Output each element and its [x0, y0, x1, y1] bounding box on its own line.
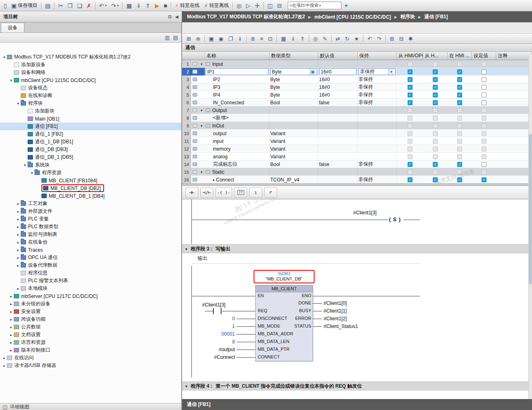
- datatype-cell[interactable]: Byte▦: [269, 68, 318, 76]
- interface-row[interactable]: 11inputVariant: [182, 137, 532, 145]
- interface-row[interactable]: 13analogVariant: [182, 153, 532, 160]
- collapse-expander-icon[interactable]: ▾: [2, 55, 7, 59]
- column-header[interactable]: 名称: [205, 52, 269, 60]
- interface-row[interactable]: 4IP3Byte16#0非保持✓✓✓: [182, 83, 532, 91]
- go-to-previous-button[interactable]: ↶: [365, 34, 374, 43]
- interface-row[interactable]: 8<新增>: [182, 114, 532, 122]
- default-value-cell[interactable]: [318, 60, 358, 68]
- tree-item[interactable]: ▸工艺对象: [0, 200, 181, 207]
- save-project-button[interactable]: ▣保存项目: [9, 1, 39, 10]
- undo-button[interactable]: ↶▾: [97, 1, 109, 10]
- detail-view-bar[interactable]: ◫ 详细视图: [0, 403, 181, 410]
- expand-expander-icon[interactable]: ▸: [15, 240, 21, 244]
- start-simulation-button[interactable]: ▷: [244, 1, 252, 10]
- operand-label[interactable]: #Client1[2]: [324, 316, 393, 322]
- tree-item[interactable]: ▸未分组的设备: [0, 300, 181, 308]
- interface-row[interactable]: 12memoryVariant: [182, 145, 532, 153]
- comment-cell[interactable]: [496, 153, 532, 160]
- interface-row[interactable]: 5IP4Byte16#0非保持✓✓✓: [182, 91, 532, 99]
- expand-expander-icon[interactable]: ▸: [9, 310, 14, 314]
- sort-ascending-button[interactable]: ≣: [249, 34, 257, 43]
- scrollbar-thumb[interactable]: [529, 134, 532, 284]
- retain-cell[interactable]: 非保持: [358, 160, 397, 168]
- name-cell[interactable]: analog: [205, 153, 269, 160]
- datatype-cell[interactable]: [269, 114, 318, 122]
- close-branch-button[interactable]: ↱: [264, 188, 277, 198]
- name-editor[interactable]: IP1: [206, 68, 268, 75]
- tree-item[interactable]: MB_CLIENT_DB [DB2]: [0, 184, 181, 192]
- name-cell[interactable]: 完成标志位: [205, 160, 269, 168]
- setpoint-checkbox[interactable]: [482, 85, 486, 90]
- hmi-opc-checkbox[interactable]: ✓: [408, 162, 413, 167]
- datatype-cell[interactable]: [269, 168, 318, 176]
- operand-label[interactable]: #Client_Status1: [324, 324, 393, 329]
- in-hmi-checkbox[interactable]: ✓: [457, 77, 462, 82]
- operand-label[interactable]: #Client1[0]: [324, 300, 393, 306]
- insert-network-button[interactable]: ⊞: [388, 34, 396, 43]
- tree-item[interactable]: ▾程序块: [0, 99, 181, 107]
- column-header[interactable]: 默认值: [318, 52, 358, 60]
- retain-cell[interactable]: [358, 153, 397, 160]
- tree-item[interactable]: ▸在线备份: [0, 238, 181, 246]
- comment-cell[interactable]: [496, 168, 532, 176]
- modify-values-button[interactable]: ✎: [321, 34, 329, 43]
- interface-row[interactable]: 7▾Output: [182, 106, 532, 114]
- from-hmi-checkbox[interactable]: ✓: [433, 177, 438, 182]
- cut-button[interactable]: ✂: [56, 1, 65, 10]
- db-name[interactable]: "MB_CLIENT_DB": [254, 276, 314, 282]
- name-cell[interactable]: Input: [205, 60, 269, 68]
- interface-row[interactable]: 1▾Input: [182, 60, 532, 68]
- retain-cell[interactable]: [358, 145, 397, 153]
- tree-item[interactable]: 在线和诊断: [0, 92, 181, 99]
- split-editor-vertical-button[interactable]: ⊟: [275, 1, 284, 10]
- datatype-cell[interactable]: Byte: [269, 76, 318, 83]
- datatype-cell[interactable]: Byte: [269, 83, 318, 91]
- expand-expander-icon[interactable]: ▸: [9, 341, 14, 345]
- tree-item[interactable]: 通信_1_DB [DB1]: [0, 138, 181, 146]
- operand-label[interactable]: #Client1[3]: [341, 210, 389, 216]
- datatype-cell[interactable]: TCON_IP_v4: [269, 176, 318, 183]
- section-expander-icon[interactable]: ▾: [198, 168, 205, 176]
- dropdown-arrow-icon[interactable]: ▾: [117, 4, 119, 7]
- expand-expander-icon[interactable]: ▸: [15, 202, 21, 206]
- retain-cell[interactable]: 非保持▾: [358, 68, 397, 76]
- name-cell[interactable]: output: [205, 129, 269, 137]
- compile-button[interactable]: ▦: [124, 1, 134, 10]
- default-value-cell[interactable]: 16#0: [318, 83, 358, 91]
- comment-cell[interactable]: [496, 176, 532, 183]
- accessible-devices-button[interactable]: ◎: [235, 1, 243, 10]
- go-to-next-button[interactable]: ↷: [375, 34, 383, 43]
- start-cpu-button[interactable]: ▶: [153, 1, 161, 10]
- name-cell[interactable]: IP4: [205, 91, 269, 99]
- operand-label[interactable]: 8: [182, 339, 235, 345]
- interface-row[interactable]: 10outputVariant: [182, 129, 532, 137]
- dropdown-arrow-icon[interactable]: ▾: [105, 4, 107, 7]
- update-block-call-button[interactable]: ↻: [343, 34, 352, 43]
- default-value-cell[interactable]: [318, 106, 358, 114]
- vertical-scrollbar[interactable]: [528, 55, 532, 399]
- datatype-cell[interactable]: Bool: [269, 160, 318, 168]
- breadcrumb-item[interactable]: 程序块: [400, 13, 415, 20]
- from-hmi-checkbox[interactable]: ✓: [433, 93, 438, 97]
- upload-from-device-button[interactable]: ⇑: [143, 1, 152, 10]
- operand-label[interactable]: #output: [182, 347, 235, 352]
- retain-cell[interactable]: [358, 168, 397, 176]
- retain-cell[interactable]: [358, 114, 397, 122]
- tree-item[interactable]: ▸mbServer [CPU 1217C DC/DC/DC]: [0, 292, 181, 300]
- tree-item[interactable]: 程序信息: [0, 269, 181, 277]
- datatype-cell[interactable]: Variant: [269, 137, 318, 145]
- tree-item[interactable]: ▾系统块: [0, 161, 181, 169]
- tree-item[interactable]: ▸语言和资源: [0, 339, 181, 346]
- comment-cell[interactable]: [496, 129, 532, 137]
- hmi-opc-checkbox[interactable]: ✓: [408, 77, 413, 82]
- setpoint-checkbox[interactable]: [482, 69, 486, 74]
- hmi-opc-checkbox[interactable]: ✓: [408, 69, 413, 74]
- operand-label[interactable]: #Client1[3]: [189, 302, 238, 308]
- column-header[interactable]: 保持: [358, 52, 397, 60]
- tree-item[interactable]: ▸外部源文件: [0, 207, 181, 215]
- retain-cell[interactable]: 非保持: [358, 99, 397, 106]
- tree-item[interactable]: ▾程序资源: [0, 169, 181, 177]
- from-hmi-checkbox[interactable]: ✓: [433, 69, 438, 74]
- column-header[interactable]: 从 H...: [423, 52, 447, 60]
- network-header[interactable]: ▾ 程序段 4 : 第一个 MB_CLIENT 指令完成位或错误位复位本指令的 …: [182, 382, 532, 391]
